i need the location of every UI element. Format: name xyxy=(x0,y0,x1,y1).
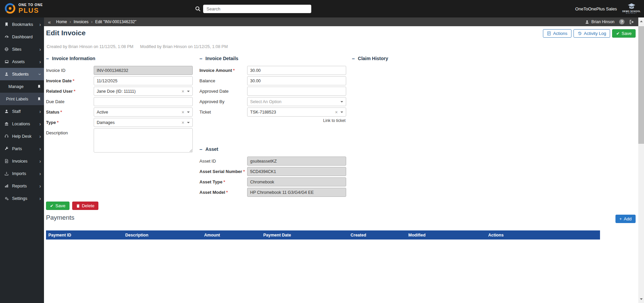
sidebar-item-dashboard[interactable]: Dashboard xyxy=(0,31,44,43)
sidebar-item-parts[interactable]: Parts › xyxy=(0,142,44,155)
column-header: Amount xyxy=(204,233,263,237)
chevron-right-icon: › xyxy=(39,196,41,201)
app-logo[interactable]: ONE TO ONE PLUS xyxy=(4,2,43,14)
logo-line2: PLUS xyxy=(18,7,43,14)
balance-input[interactable] xyxy=(247,76,346,85)
sidebar-item-assets[interactable]: Assets › xyxy=(0,55,44,68)
scroll-up-arrow[interactable] xyxy=(640,20,643,22)
breadcrumb-home[interactable]: Home xyxy=(56,19,67,24)
section-header[interactable]: − Invoice Details xyxy=(199,56,346,61)
invoice-id-input xyxy=(94,66,193,75)
save-button[interactable]: ✔ Save xyxy=(46,202,70,210)
field-description: Description xyxy=(46,128,193,154)
wrench-icon xyxy=(4,146,9,151)
breadcrumb-invoices[interactable]: Invoices xyxy=(74,19,88,24)
bookmark-icon[interactable] xyxy=(37,85,41,88)
bookmark-icon[interactable] xyxy=(37,97,41,101)
vertical-scrollbar[interactable] xyxy=(638,17,644,303)
chevron-right-icon: › xyxy=(39,134,41,139)
app-logo-icon xyxy=(4,2,16,14)
building-icon xyxy=(4,122,9,126)
chevron-right-icon: › xyxy=(39,146,41,151)
clear-icon[interactable]: × xyxy=(182,120,184,125)
field-due-date: Due Date xyxy=(46,97,193,106)
chevron-right-icon: › xyxy=(39,109,41,114)
scroll-down-arrow[interactable] xyxy=(640,298,643,300)
payments-table-header: Payment ID Description Amount Payment Da… xyxy=(46,230,600,240)
clear-icon[interactable]: × xyxy=(182,110,184,115)
link-to-ticket[interactable]: Link to ticket xyxy=(323,118,346,123)
sidebar-item-imports[interactable]: Imports › xyxy=(0,167,44,180)
section-header[interactable]: − Asset xyxy=(199,146,346,152)
ticket-select[interactable]: TSK-7188523 × xyxy=(247,107,346,117)
required-marker: * xyxy=(233,68,235,73)
scrollbar-thumb[interactable] xyxy=(638,26,644,144)
column-header: Created xyxy=(351,233,408,237)
delete-button[interactable]: Delete xyxy=(72,202,99,210)
chevron-right-icon: › xyxy=(39,122,41,126)
related-user-select[interactable]: Jane Doe (ID: 11111) × xyxy=(94,87,193,96)
sign-out-icon[interactable] xyxy=(629,19,634,25)
section-header[interactable]: − Claim History xyxy=(352,56,463,61)
section-asset: − Asset Asset ID Asset Serial Number* As… xyxy=(199,146,346,198)
section-invoice-information: − Invoice Information Invoice ID Invoice… xyxy=(46,56,193,155)
collapse-icon[interactable]: − xyxy=(199,147,202,152)
user-icon xyxy=(4,109,9,114)
user-menu[interactable]: Brian Hinson xyxy=(585,19,614,24)
status-select[interactable]: Active × xyxy=(94,107,193,117)
history-icon xyxy=(578,31,582,36)
collapse-icon[interactable]: − xyxy=(46,56,49,61)
help-icon[interactable]: ? xyxy=(619,19,625,25)
account-name: OneToOnePlus Sales xyxy=(575,6,617,11)
breadcrumb-separator: › xyxy=(70,19,71,24)
collapse-sidebar-icon[interactable]: « xyxy=(48,19,51,25)
sidebar-item-sites[interactable]: Sites › xyxy=(0,43,44,55)
invoice-date-input[interactable] xyxy=(94,76,193,85)
section-header[interactable]: − Invoice Information xyxy=(46,56,193,61)
approved-by-select[interactable]: Select An Option xyxy=(247,97,346,106)
sidebar-subitem-print-labels[interactable]: Print Labels xyxy=(0,93,44,105)
sidebar-item-help-desk[interactable]: Help Desk › xyxy=(0,130,44,142)
sidebar-item-students[interactable]: Students › xyxy=(0,68,44,80)
description-textarea[interactable] xyxy=(94,128,193,153)
actions-button[interactable]: Actions xyxy=(543,29,571,38)
chevron-right-icon: › xyxy=(39,171,41,176)
sidebar-item-invoices[interactable]: Invoices › xyxy=(0,155,44,167)
logo-line1: ONE TO ONE xyxy=(18,3,43,7)
payments-title: Payments xyxy=(46,214,74,221)
check-icon: ✔ xyxy=(616,32,619,36)
search-input[interactable] xyxy=(203,5,311,13)
import-icon xyxy=(4,171,9,176)
type-select[interactable]: Damages × xyxy=(94,118,193,127)
column-header: Modified xyxy=(408,233,488,237)
clear-icon[interactable]: × xyxy=(182,89,184,94)
sidebar-item-bookmarks[interactable]: Bookmarks › xyxy=(0,18,44,31)
add-payment-button[interactable]: + Add xyxy=(615,215,636,223)
record-meta: Created by Brian Hinson on 11/12/25, 1:0… xyxy=(47,44,228,49)
global-search xyxy=(195,0,311,17)
activity-log-button[interactable]: Activity Log xyxy=(573,29,610,38)
collapse-icon[interactable]: − xyxy=(199,56,202,61)
asset-serial-input xyxy=(247,167,346,176)
trash-icon xyxy=(76,204,80,208)
sidebar-subitem-manage[interactable]: Manage xyxy=(0,80,44,93)
save-button-top[interactable]: ✔ Save xyxy=(612,29,636,38)
sidebar-item-reports[interactable]: Reports › xyxy=(0,180,44,192)
required-marker: * xyxy=(60,110,62,115)
clear-icon[interactable]: × xyxy=(335,110,338,115)
sidebar-item-staff[interactable]: Staff › xyxy=(0,105,44,118)
field-asset-id: Asset ID xyxy=(199,157,346,166)
approved-date-input[interactable] xyxy=(247,87,346,96)
due-date-input[interactable] xyxy=(94,97,193,106)
sidebar-item-settings[interactable]: Settings › xyxy=(0,192,44,205)
chevron-down-icon xyxy=(340,112,343,113)
document-icon xyxy=(547,31,551,36)
collapse-icon[interactable]: − xyxy=(352,56,355,61)
sidebar: Bookmarks › Dashboard Sites › Assets › S… xyxy=(0,17,44,303)
bookmark-icon xyxy=(4,22,9,27)
sidebar-item-locations[interactable]: Locations › xyxy=(0,118,44,130)
breadcrumb-separator: › xyxy=(91,19,92,24)
plus-icon: + xyxy=(619,217,622,221)
district-logo[interactable]: DEMO SCHOOL DISTRICT xyxy=(622,3,641,14)
invoice-amount-input[interactable] xyxy=(247,66,346,75)
